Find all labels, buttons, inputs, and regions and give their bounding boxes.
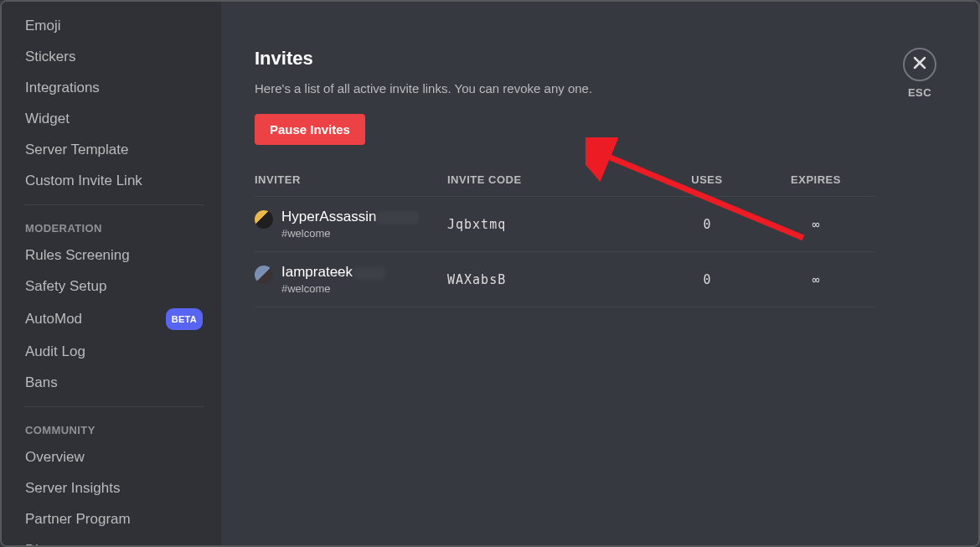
sidebar-item-rules-screening[interactable]: Rules Screening xyxy=(17,240,211,271)
sidebar-item-label: Audit Log xyxy=(25,343,85,361)
sidebar-item-automod[interactable]: AutoMod BETA xyxy=(17,302,211,336)
main-content: ESC Invites Here's a list of all active … xyxy=(221,2,978,545)
sidebar-item-server-template[interactable]: Server Template xyxy=(17,135,211,165)
sidebar-item-safety-setup[interactable]: Safety Setup xyxy=(17,271,211,302)
sidebar-item-partner-program[interactable]: Partner Program xyxy=(17,504,211,534)
invite-uses: 0 xyxy=(652,272,761,287)
sidebar-item-label: Stickers xyxy=(25,48,75,66)
sidebar-item-stickers[interactable]: Stickers xyxy=(17,42,211,72)
sidebar-item-label: Server Insights xyxy=(25,479,120,498)
sidebar-item-emoji[interactable]: Emoji xyxy=(17,11,211,41)
redacted-smudge xyxy=(377,211,419,224)
close-area: ESC xyxy=(903,48,936,99)
sidebar-section-moderation: MODERATION xyxy=(17,209,211,240)
sidebar-item-label: AutoMod xyxy=(25,310,82,328)
sidebar-item-discovery[interactable]: Discovery xyxy=(17,535,211,545)
settings-sidebar: Emoji Stickers Integrations Widget Serve… xyxy=(2,2,221,545)
sidebar-divider xyxy=(23,406,204,407)
pause-invites-button[interactable]: Pause Invites xyxy=(255,114,365,145)
redacted-smudge xyxy=(353,266,385,280)
sidebar-item-custom-invite-link[interactable]: Custom Invite Link xyxy=(17,166,211,196)
th-code: INVITE CODE xyxy=(447,173,652,186)
sidebar-item-overview[interactable]: Overview xyxy=(17,442,211,472)
th-expires: EXPIRES xyxy=(761,173,870,186)
close-button[interactable] xyxy=(903,48,936,81)
sidebar-item-label: Safety Setup xyxy=(25,277,106,296)
avatar xyxy=(255,210,273,229)
sidebar-item-label: Integrations xyxy=(25,79,100,97)
invite-code: Jqbxtmq xyxy=(447,217,652,232)
avatar xyxy=(255,266,273,284)
inviter-cell: HyperAssassin #welcome xyxy=(255,209,447,240)
sidebar-item-integrations[interactable]: Integrations xyxy=(17,73,211,103)
sidebar-item-label: Custom Invite Link xyxy=(25,172,142,190)
inviter-channel: #welcome xyxy=(281,282,385,295)
inviter-name: Iamprateek xyxy=(281,264,385,281)
invite-expires: ∞ xyxy=(761,272,870,287)
sidebar-section-community: COMMUNITY xyxy=(17,410,211,441)
sidebar-item-server-insights[interactable]: Server Insights xyxy=(17,473,211,503)
th-uses: USES xyxy=(652,173,761,186)
sidebar-item-label: Bans xyxy=(25,374,58,392)
beta-badge: BETA xyxy=(166,308,203,330)
page-description: Here's a list of all active invite links… xyxy=(255,81,945,95)
esc-label: ESC xyxy=(903,86,936,99)
invites-table: INVITER INVITE CODE USES EXPIRES HyperAs… xyxy=(255,173,874,307)
sidebar-item-label: Overview xyxy=(25,448,85,467)
table-row[interactable]: HyperAssassin #welcome Jqbxtmq 0 ∞ xyxy=(255,196,874,251)
inviter-name: HyperAssassin xyxy=(281,209,419,225)
sidebar-item-label: Widget xyxy=(25,110,70,128)
sidebar-item-label: Rules Screening xyxy=(25,246,130,265)
invite-expires: ∞ xyxy=(761,217,870,232)
sidebar-item-audit-log[interactable]: Audit Log xyxy=(17,337,211,367)
invite-uses: 0 xyxy=(652,217,761,232)
page-title: Invites xyxy=(255,48,945,70)
sidebar-item-label: Server Template xyxy=(25,141,128,159)
sidebar-item-label: Emoji xyxy=(25,17,61,35)
inviter-channel: #welcome xyxy=(281,227,419,240)
table-header: INVITER INVITE CODE USES EXPIRES xyxy=(255,173,874,196)
close-icon xyxy=(912,55,927,74)
invite-code: WAXabsB xyxy=(447,272,652,287)
sidebar-divider xyxy=(23,204,204,205)
sidebar-item-bans[interactable]: Bans xyxy=(17,368,211,398)
th-inviter: INVITER xyxy=(255,173,447,186)
table-row[interactable]: Iamprateek #welcome WAXabsB 0 ∞ xyxy=(255,251,874,307)
sidebar-item-label: Discovery xyxy=(25,541,88,545)
sidebar-item-label: Partner Program xyxy=(25,510,131,529)
sidebar-item-widget[interactable]: Widget xyxy=(17,104,211,134)
inviter-cell: Iamprateek #welcome xyxy=(255,264,447,295)
